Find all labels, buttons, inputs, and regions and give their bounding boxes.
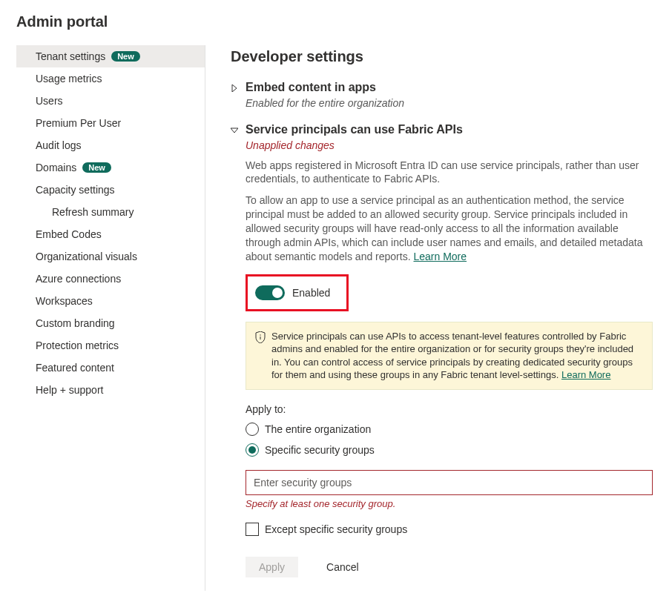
radio-label: Specific security groups	[265, 444, 375, 456]
except-specific-groups-checkbox[interactable]: Except specific security groups	[246, 523, 653, 536]
sidebar-item-audit-logs[interactable]: Audit logs	[16, 134, 205, 156]
unapplied-changes-status: Unapplied changes	[246, 139, 653, 151]
radio-label: The entire organization	[265, 423, 371, 435]
info-panel: Service principals can use APIs to acces…	[246, 322, 653, 390]
setting-description: Web apps registered in Microsoft Entra I…	[246, 159, 653, 187]
section-title: Developer settings	[231, 48, 653, 65]
radio-icon	[246, 443, 259, 457]
sidebar-item-domains[interactable]: Domains New	[16, 156, 205, 179]
learn-more-link[interactable]: Learn More	[561, 369, 610, 380]
setting-header[interactable]: Service principals can use Fabric APIs	[231, 122, 653, 138]
sidebar-item-help-support[interactable]: Help + support	[16, 379, 205, 401]
sidebar-item-premium-per-user[interactable]: Premium Per User	[16, 112, 205, 134]
security-groups-input[interactable]	[246, 470, 653, 495]
sidebar-item-refresh-summary[interactable]: Refresh summary	[16, 201, 205, 223]
svg-rect-1	[260, 337, 261, 340]
toggle-label: Enabled	[292, 287, 330, 299]
sidebar-item-label: Capacity settings	[36, 184, 115, 196]
sidebar-item-label: Refresh summary	[52, 206, 134, 218]
sidebar-item-label: Featured content	[36, 362, 114, 374]
sidebar-item-embed-codes[interactable]: Embed Codes	[16, 223, 205, 245]
setting-embed-content: Embed content in apps Enabled for the en…	[231, 80, 653, 109]
sidebar-item-label: Audit logs	[36, 139, 81, 151]
sidebar-item-azure-connections[interactable]: Azure connections	[16, 268, 205, 290]
sidebar-item-label: Users	[36, 95, 63, 107]
setting-title: Embed content in apps	[246, 80, 376, 96]
chevron-right-icon	[231, 82, 241, 94]
sidebar-item-label: Help + support	[36, 384, 103, 396]
radio-icon	[246, 423, 259, 436]
apply-to-label: Apply to:	[246, 403, 653, 415]
sidebar-item-label: Custom branding	[36, 317, 115, 329]
sidebar-item-label: Protection metrics	[36, 340, 119, 351]
sidebar-item-custom-branding[interactable]: Custom branding	[16, 312, 205, 334]
sidebar-item-label: Tenant settings	[36, 50, 105, 62]
enabled-toggle-highlight: Enabled	[246, 274, 349, 311]
sidebar-item-capacity-settings[interactable]: Capacity settings	[16, 179, 205, 201]
sidebar-item-label: Embed Codes	[36, 228, 102, 240]
apply-button[interactable]: Apply	[246, 557, 298, 577]
new-badge: New	[111, 51, 140, 62]
setting-status: Enabled for the entire organization	[246, 97, 653, 109]
setting-service-principals: Service principals can use Fabric APIs U…	[231, 122, 653, 577]
sidebar-item-label: Domains	[36, 162, 76, 173]
new-badge: New	[82, 162, 111, 173]
svg-point-0	[260, 334, 260, 335]
main-panel: Developer settings Embed content in apps…	[205, 45, 656, 591]
sidebar-item-label: Workspaces	[36, 295, 93, 307]
sidebar-item-usage-metrics[interactable]: Usage metrics	[16, 67, 205, 90]
sidebar: Tenant settings New Usage metrics Users …	[16, 45, 205, 591]
cancel-button[interactable]: Cancel	[313, 557, 372, 577]
setting-description: To allow an app to use a service princip…	[246, 193, 653, 263]
sidebar-item-label: Azure connections	[36, 273, 121, 285]
sidebar-item-featured-content[interactable]: Featured content	[16, 357, 205, 379]
sidebar-item-workspaces[interactable]: Workspaces	[16, 290, 205, 312]
setting-title: Service principals can use Fabric APIs	[246, 122, 463, 138]
sidebar-item-organizational-visuals[interactable]: Organizational visuals	[16, 245, 205, 268]
sidebar-item-label: Usage metrics	[36, 73, 102, 85]
sidebar-item-users[interactable]: Users	[16, 90, 205, 112]
sidebar-item-tenant-settings[interactable]: Tenant settings New	[16, 45, 205, 67]
enabled-toggle[interactable]	[255, 285, 285, 300]
checkbox-icon	[246, 523, 259, 536]
setting-header[interactable]: Embed content in apps	[231, 80, 653, 96]
shield-info-icon	[255, 331, 266, 382]
radio-specific-security-groups[interactable]: Specific security groups	[246, 443, 653, 457]
sidebar-item-label: Premium Per User	[36, 117, 121, 129]
page-title: Admin portal	[16, 13, 656, 30]
chevron-down-icon	[231, 125, 241, 136]
sidebar-item-label: Organizational visuals	[36, 251, 137, 262]
learn-more-link[interactable]: Learn More	[413, 251, 467, 262]
checkbox-label: Except specific security groups	[265, 523, 407, 535]
input-error-message: Specify at least one security group.	[246, 498, 653, 509]
sidebar-item-protection-metrics[interactable]: Protection metrics	[16, 334, 205, 357]
radio-entire-organization[interactable]: The entire organization	[246, 423, 653, 436]
